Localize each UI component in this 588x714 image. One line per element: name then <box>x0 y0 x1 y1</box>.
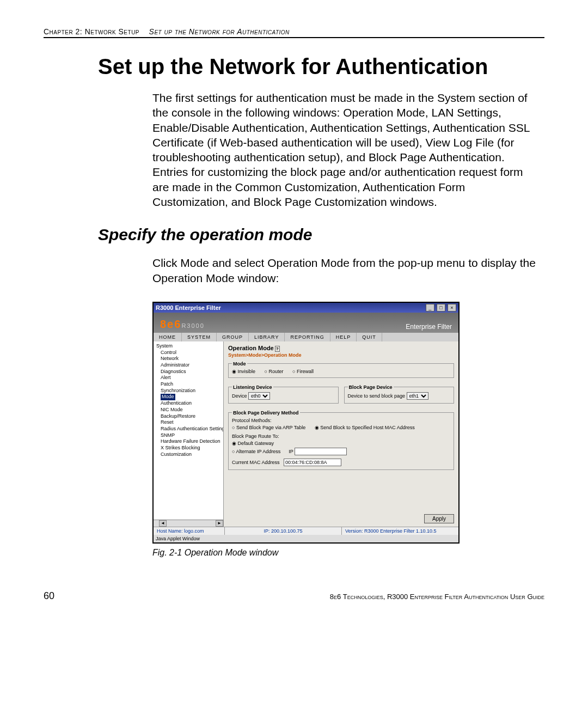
breadcrumb: System>Mode>Operation Mode <box>228 352 454 358</box>
tree-item[interactable]: Authentication <box>155 400 223 407</box>
status-version: Version: R3000 Enterprise Filter 1.10.10… <box>342 527 458 535</box>
block-device-select[interactable]: eth1 <box>407 392 428 400</box>
block-page-device-fieldset: Block Page Device Device to send block p… <box>344 385 455 404</box>
route-alt-radio[interactable]: ○ Alternate IP Address <box>232 449 280 454</box>
document-page: Chapter 2: Network Setup Set up the Netw… <box>0 0 588 629</box>
main-menu: HOME SYSTEM GROUP LIBRARY REPORTING HELP… <box>154 333 458 341</box>
delivery-method-fieldset: Block Page Delivery Method Protocol Meth… <box>228 410 454 470</box>
footer-text: 8e6 Technologies, R3000 Enterprise Filte… <box>330 593 544 601</box>
intro-paragraph: The first settings for authentication mu… <box>152 90 539 209</box>
status-bar: Host Name: logo.com IP: 200.10.100.75 Ve… <box>154 527 458 535</box>
page-title: Set up the Network for Authentication <box>98 54 544 79</box>
panel-title: Operation Mode? <box>228 345 454 351</box>
tree-item[interactable]: Backup/Restore <box>155 413 223 420</box>
mode-fieldset: Mode ◉ Invisible ○ Router ○ Firewall <box>228 361 454 378</box>
delivery-legend: Block Page Delivery Method <box>232 410 300 416</box>
scroll-right-icon[interactable]: ► <box>216 520 223 527</box>
brand-bar: 8e6R3000 Enterprise Filter <box>154 313 458 333</box>
menu-library[interactable]: LIBRARY <box>249 333 285 341</box>
content-area: System Control Network Administrator Dia… <box>154 341 458 527</box>
tree-scrollbar[interactable]: ◄ ► <box>154 520 223 527</box>
mode-invisible-radio[interactable]: ◉ Invisible <box>232 369 255 374</box>
protocol-label: Protocol Methods: <box>232 418 450 423</box>
section-subtitle: Specify the operation mode <box>98 225 544 244</box>
section-paragraph: Click Mode and select Operation Mode fro… <box>152 255 539 285</box>
protocol-mac-radio[interactable]: ◉ Send Block to Specified Host MAC Addre… <box>315 425 415 430</box>
route-label: Block Page Route To: <box>232 434 450 439</box>
page-number: 60 <box>44 590 54 602</box>
window-title: R3000 Enterprise Filter <box>156 304 221 311</box>
mode-legend: Mode <box>232 361 247 367</box>
menu-home[interactable]: HOME <box>154 333 182 341</box>
scroll-left-icon[interactable]: ◄ <box>159 520 167 527</box>
menu-help[interactable]: HELP <box>330 333 357 341</box>
page-header: Chapter 2: Network Setup Set up the Netw… <box>44 27 544 38</box>
figure-caption: Fig. 2-1 Operation Mode window <box>152 548 544 558</box>
status-ip: IP: 200.10.100.75 <box>225 527 342 535</box>
tree-item[interactable]: Customization <box>155 451 223 458</box>
protocol-arp-radio[interactable]: ○ Send Block Page via ARP Table <box>232 425 305 430</box>
menu-system[interactable]: SYSTEM <box>182 333 217 341</box>
listening-legend: Listening Device <box>232 385 273 390</box>
block-device-legend: Block Page Device <box>348 385 394 390</box>
mode-router-radio[interactable]: ○ Router <box>265 369 284 374</box>
mac-label: Current MAC Address <box>232 460 280 465</box>
page-footer: 60 8e6 Technologies, R3000 Enterprise Fi… <box>44 590 544 602</box>
listening-device-select[interactable]: eth0 <box>248 392 270 400</box>
route-default-radio[interactable]: ◉ Default Gateway <box>232 441 274 446</box>
header-section: Set up the Network for Authentication <box>149 27 290 36</box>
listening-label: Device <box>232 393 247 399</box>
menu-reporting[interactable]: REPORTING <box>285 333 330 341</box>
tree-item[interactable]: Synchronization <box>155 388 223 394</box>
ip-input[interactable] <box>295 448 347 455</box>
menu-group[interactable]: GROUP <box>217 333 249 341</box>
minimize-button[interactable]: _ <box>426 304 434 312</box>
mode-firewall-radio[interactable]: ○ Firewall <box>292 369 314 374</box>
tree-item[interactable]: Control <box>155 350 223 356</box>
tree-item[interactable]: SNMP <box>155 432 223 439</box>
tree-item[interactable]: Diagnostics <box>155 369 223 375</box>
tree-root[interactable]: System <box>155 343 223 350</box>
tree-item[interactable]: Administrator <box>155 362 223 369</box>
ip-label: IP <box>289 449 293 454</box>
header-chapter: Chapter 2: Network Setup <box>44 27 139 36</box>
nav-tree: System Control Network Administrator Dia… <box>154 341 224 527</box>
help-icon[interactable]: ? <box>275 346 280 352</box>
window-titlebar: R3000 Enterprise Filter _ □ × <box>154 303 458 313</box>
status-host: Host Name: logo.com <box>154 527 225 535</box>
java-applet-label: Java Applet Window <box>154 535 458 542</box>
tree-item[interactable]: Alert <box>155 375 223 381</box>
app-window: R3000 Enterprise Filter _ □ × 8e6R3000 E… <box>152 302 460 544</box>
listening-device-fieldset: Listening Device Device eth0 <box>228 385 339 404</box>
tree-item[interactable]: Hardware Failure Detection <box>155 438 223 445</box>
tree-item[interactable]: Radius Authentication Setting <box>155 426 223 432</box>
tree-item[interactable]: X Strikes Blocking <box>155 445 223 451</box>
settings-panel: Operation Mode? System>Mode>Operation Mo… <box>224 341 458 527</box>
brand-logo: 8e6R3000 <box>160 318 205 331</box>
menu-quit[interactable]: QUIT <box>357 333 382 341</box>
close-button[interactable]: × <box>448 304 456 312</box>
tree-item[interactable]: Patch <box>155 381 223 388</box>
brand-subtitle: Enterprise Filter <box>406 323 452 331</box>
tree-item[interactable]: Reset <box>155 419 223 426</box>
window-controls: _ □ × <box>425 304 456 312</box>
tree-item-selected[interactable]: Mode <box>161 394 175 400</box>
apply-button[interactable]: Apply <box>424 514 454 523</box>
tree-item[interactable]: NIC Mode <box>155 407 223 413</box>
mac-input[interactable] <box>284 459 341 466</box>
maximize-button[interactable]: □ <box>437 304 445 312</box>
tree-item[interactable]: Network <box>155 356 223 362</box>
block-device-label: Device to send block page <box>348 393 406 399</box>
